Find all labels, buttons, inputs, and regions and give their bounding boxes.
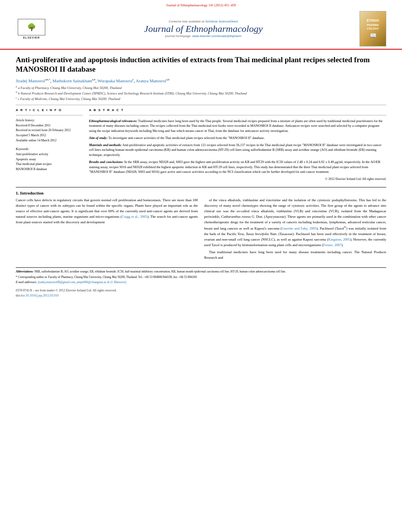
cite-kingston[interactable]: Kingston, 2005 xyxy=(328,237,350,241)
elsevier-text: ELSEVIER xyxy=(23,36,40,39)
elsevier-logo-box: 🌳 xyxy=(18,19,45,35)
intro-text-left: Cancer cells have defects in regulatory … xyxy=(16,198,198,225)
keyword-4: MANOSROI II database xyxy=(16,167,83,172)
article-info-column: A R T I C L E I N F O Article history: R… xyxy=(16,108,83,182)
author-aranya: Aranya Manosroi xyxy=(136,78,166,83)
doi-link[interactable]: doi:10.1016/j.jep.2012.03.010 xyxy=(20,294,59,297)
keyword-2: Apoptotic assay xyxy=(16,157,83,162)
email-label: E-mail addresses: xyxy=(16,280,37,284)
footnote-abbrev: Abbreviations: SRB, sulforhodamine B; AO… xyxy=(16,269,386,274)
abbrev-label: Abbreviations: xyxy=(16,270,33,273)
page-bottom: 0378-8741/$ – see front matter © 2012 El… xyxy=(16,288,386,298)
received-date: Received 8 December 2011 xyxy=(16,123,83,128)
sciverse-link[interactable]: SciVerse ScienceDirect xyxy=(205,20,238,23)
journal-ref-bar: Journal of Ethnopharmacology 141 (2012) … xyxy=(16,3,386,7)
intro-col-right: of the vinca alkaloids, vinblastine and … xyxy=(204,198,387,262)
divider-1 xyxy=(16,105,386,105)
journal-cover-image: ETHNO PHARMA COLOGY 📖 xyxy=(359,11,386,46)
elsevier-tree-icon: 🌳 xyxy=(27,24,36,31)
intro-title: Introduction xyxy=(20,191,44,195)
abstract-copyright: © 2012 Elsevier Ireland Ltd. All rights … xyxy=(89,177,386,182)
article-content: Anti-proliferative and apoptosis inducti… xyxy=(0,50,402,304)
email-text[interactable]: jiradej.manosroi88@gmail.com, pmpti006@c… xyxy=(38,280,127,284)
aim-text: To investigate anti-cancer activities of… xyxy=(108,136,265,140)
cite-frense[interactable]: Frense, 2007 xyxy=(323,243,342,247)
journal-ref: Journal of Ethnopharmacology 141 (2012) … xyxy=(166,3,236,7)
doi-line: doi:doi:10.1016/j.jep.2012.03.010 xyxy=(16,293,386,298)
author-worapaka: Worapaka Manosroi xyxy=(98,78,133,83)
journal-homepage: journal homepage: www.elsevier.com/locat… xyxy=(47,34,359,38)
divider-info xyxy=(16,115,83,115)
article-title: Anti-proliferative and apoptosis inducti… xyxy=(16,55,386,74)
author-sup-2: a,b xyxy=(92,78,95,81)
cite-cragg[interactable]: Cragg et al., 2005 xyxy=(122,215,147,219)
author-mathukorn: Mathukorn Sainakham xyxy=(52,78,92,83)
authors-line: Jiradej Manosroia,b,*, Mathukorn Sainakh… xyxy=(16,78,386,83)
article-info-label: A R T I C L E I N F O xyxy=(16,108,83,112)
abstract-results: Results and conclusions: In the SRB assa… xyxy=(89,159,386,174)
intro-section-title: 1. Introduction xyxy=(16,191,386,195)
intro-text-right-1: of the vinca alkaloids, vinblastine and … xyxy=(204,198,387,248)
introduction-section: 1. Introduction Cancer cells have defect… xyxy=(16,187,386,262)
affiliations: a a Faculty of Pharmacy, Chiang Mai Univ… xyxy=(16,85,386,100)
keywords-label: Keywords: xyxy=(16,147,83,151)
materials-text: Anti-proliferative and apoptotic activit… xyxy=(89,143,382,157)
author-jiradej: Jiradej Manosroi xyxy=(16,78,45,83)
history-items: Received 8 December 2011 Received in rev… xyxy=(16,123,83,143)
abstract-label: A B S T R A C T xyxy=(89,108,386,112)
affiliation-b: b b Natural Products Research and Develo… xyxy=(16,91,386,95)
homepage-label: journal homepage: xyxy=(165,34,191,38)
intro-number: 1. xyxy=(16,191,19,195)
journal-header: Journal of Ethnopharmacology 141 (2012) … xyxy=(0,0,402,50)
intro-col-left: Cancer cells have defects in regulatory … xyxy=(16,198,198,262)
abstract-column: A B S T R A C T Ethnopharmacological rel… xyxy=(89,108,386,182)
footnote-email: E-mail addresses: jiradej.manosroi88@gma… xyxy=(16,280,386,284)
cite-gueritte[interactable]: Gueritte and Fahy, 2005 xyxy=(282,226,317,230)
abstract-ethnopharmacological: Ethnopharmacological relevances: Traditi… xyxy=(89,119,386,133)
affiliation-c: c c Faculty of Medicine, Chiang Mai Univ… xyxy=(16,96,386,101)
history-label: Article history: xyxy=(16,119,83,122)
footnote-corresponding: * Corresponding author at: Faculty of Ph… xyxy=(16,275,386,279)
journal-title-center: Contents lists available at SciVerse Sci… xyxy=(47,20,359,38)
info-abstract-columns: A R T I C L E I N F O Article history: R… xyxy=(16,108,386,182)
available-date: Available online 14 March 2012 xyxy=(16,138,83,143)
journal-title-row: 🌳 ELSEVIER Contents lists available at S… xyxy=(16,9,386,49)
corresponding-text: Faculty of Pharmacy, Chiang Mai Universi… xyxy=(48,275,198,279)
author-sup-3: c xyxy=(133,78,134,81)
results-text: In the SRB assay, recipes NE028 and, S00… xyxy=(89,160,380,174)
divider-abstract xyxy=(89,115,386,115)
footnotes-area: Abbreviations: SRB, sulforhodamine B; AO… xyxy=(16,267,386,284)
doi-text: doi: xyxy=(16,294,20,297)
keyword-1: Anti-proliferative activity xyxy=(16,152,83,157)
homepage-url[interactable]: www.elsevier.com/locate/jethpharm xyxy=(192,34,241,38)
abstract-section: Ethnopharmacological relevances: Traditi… xyxy=(89,119,386,182)
abstract-aim: Aim of study: To investigate anti-cancer… xyxy=(89,135,386,141)
sciverse-line: Contents lists available at SciVerse Sci… xyxy=(47,20,359,23)
affiliation-a: a a Faculty of Pharmacy, Chiang Mai Univ… xyxy=(16,85,386,90)
author-sup-1: a,b,* xyxy=(45,78,50,81)
issn-line: 0378-8741/$ – see front matter © 2012 El… xyxy=(16,288,386,293)
contents-label: Contents lists available at xyxy=(169,20,204,23)
results-label: Results and conclusions: xyxy=(89,160,123,164)
intro-text-right-2: Thai traditional medicines have long bee… xyxy=(204,250,387,261)
materials-label: Materials and methods: xyxy=(89,143,122,147)
intro-body-columns: Cancer cells have defects in regulatory … xyxy=(16,198,386,262)
abstract-materials: Materials and methods: Anti-proliferativ… xyxy=(89,143,386,158)
received-revised-date: Received in revised form 20 February 201… xyxy=(16,128,83,133)
elsevier-logo: 🌳 ELSEVIER xyxy=(16,18,47,40)
abbrev-text: SRB, sulforhodamine B; AO, acridine oran… xyxy=(34,270,286,273)
journal-main-title: Journal of Ethnopharmacology xyxy=(47,23,359,35)
accepted-date: Accepted 5 March 2012 xyxy=(16,133,83,138)
ethnopharm-label: Ethnopharmacological relevances: xyxy=(89,119,137,123)
author-sup-4: a,b xyxy=(166,78,169,81)
aim-label: Aim of study: xyxy=(89,136,107,140)
keyword-3: Thai medicinal plant recipes xyxy=(16,162,83,167)
corresponding-label: * Corresponding author at: xyxy=(16,275,48,279)
